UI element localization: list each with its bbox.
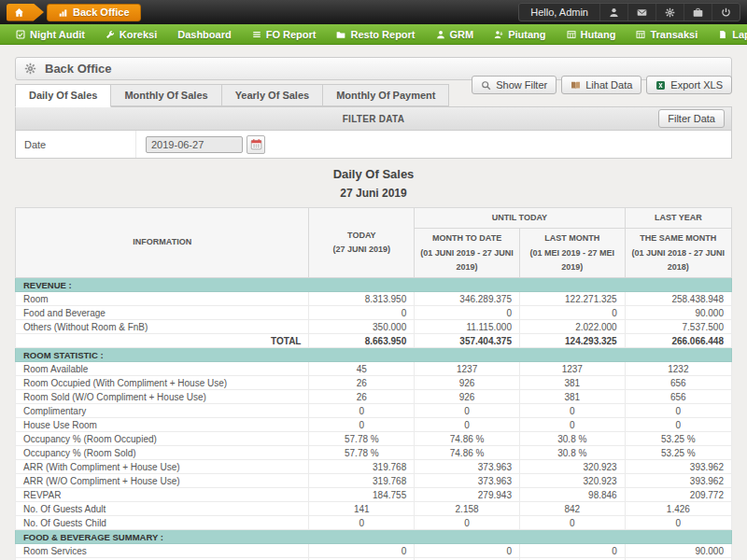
nav-item-label: Laporan: [732, 29, 747, 40]
mail-icon[interactable]: [627, 4, 655, 21]
table-row: Food and Beverage00090.000: [16, 306, 732, 320]
row-value: 0: [519, 404, 625, 418]
breadcrumb-label: Back Office: [73, 7, 130, 18]
home-button[interactable]: [7, 4, 44, 21]
row-value: 319.768: [309, 460, 415, 474]
section-header-row: REVENUE :: [16, 278, 732, 292]
topbar: Back Office Hello, Admin: [0, 0, 747, 24]
row-value: 0: [309, 306, 415, 320]
gear-icon[interactable]: [655, 4, 684, 21]
tab-daily-of-sales[interactable]: Daily Of Sales: [15, 84, 111, 107]
row-value: 373.963: [415, 474, 520, 488]
user-icon[interactable]: [599, 4, 627, 21]
row-value: 7.537.500: [625, 320, 731, 334]
user-icon: [436, 30, 445, 39]
tabs: Daily Of SalesMonthly Of SalesYearly Of …: [15, 84, 449, 106]
home-icon: [14, 7, 24, 18]
row-value: 350.000: [309, 320, 415, 334]
col-header-month-to-date: MONTH TO DATE (01 JUNI 2019 - 27 JUNI 20…: [415, 229, 520, 278]
table-row: Room Occupied (With Compliment + House U…: [16, 376, 732, 390]
header-line: MONTH TO DATE: [418, 231, 515, 245]
table-row: ARR (W/O Compliment + House Use)319.7683…: [16, 474, 732, 488]
row-value: 11.115.000: [415, 320, 520, 334]
nav-item-dashboard[interactable]: Dashboard: [167, 24, 241, 44]
row-value: 0: [519, 516, 625, 530]
power-icon[interactable]: [712, 4, 740, 21]
lihat-data-button[interactable]: Lihat Data: [561, 76, 641, 94]
breadcrumb-back-office-button[interactable]: Back Office: [47, 4, 141, 21]
nav-item-grm[interactable]: GRM: [426, 24, 485, 44]
row-value: 30.8 %: [519, 446, 625, 460]
export-xls-button[interactable]: Export XLS: [646, 76, 732, 94]
row-value: 319.768: [309, 474, 415, 488]
row-label: REVPAR: [16, 488, 309, 502]
row-value: 0: [309, 404, 415, 418]
row-value: 26: [309, 390, 415, 404]
table-row: Others (Without Room & FnB)350.00011.115…: [16, 320, 732, 334]
nav-item-piutang[interactable]: Piutang: [484, 24, 556, 44]
page-title: Back Office: [45, 62, 112, 76]
nav-item-hutang[interactable]: Hutang: [557, 24, 627, 44]
header-line: LAST MONTH: [524, 231, 621, 245]
breadcrumb: Back Office: [7, 4, 141, 21]
tab-bar: Daily Of SalesMonthly Of SalesYearly Of …: [15, 84, 732, 106]
show-filter-button[interactable]: Show Filter: [472, 76, 557, 94]
button-label: Lihat Data: [585, 79, 632, 91]
row-value: 320.923: [519, 460, 625, 474]
wrench-icon: [106, 30, 115, 39]
nav-item-night-audit[interactable]: Night Audit: [6, 24, 95, 44]
row-value: 30.8 %: [519, 432, 625, 446]
nav-item-label: GRM: [450, 29, 474, 40]
briefcase-icon[interactable]: [684, 4, 712, 21]
table-row: ARR (With Compliment + House Use)319.768…: [16, 460, 732, 474]
col-header-information: INFORMATION: [16, 208, 309, 278]
header-line: THE SAME MONTH: [629, 231, 727, 245]
date-label: Date: [16, 131, 136, 158]
nav-item-koreksi[interactable]: Koreksi: [95, 24, 167, 44]
row-value: 1237: [519, 362, 625, 376]
date-input[interactable]: [146, 136, 243, 153]
filter-panel: FILTER DATA Filter Data Date: [15, 106, 732, 159]
tab-monthly-of-sales[interactable]: Monthly Of Sales: [111, 84, 221, 106]
row-value: 2.022.000: [519, 320, 625, 334]
row-value: 74.86 %: [415, 432, 520, 446]
col-header-same-month: THE SAME MONTH (01 JUNI 2018 - 27 JUNI 2…: [625, 229, 731, 278]
report-subtitle: 27 Juni 2019: [15, 187, 732, 200]
row-value: 926: [415, 376, 520, 390]
col-header-today: TODAY (27 JUNI 2019): [309, 208, 415, 278]
section-header: ROOM STATISTIC :: [16, 348, 732, 362]
tab-monthly-of-payment[interactable]: Monthly Of Payment: [323, 84, 449, 106]
filter-header: FILTER DATA Filter Data: [16, 107, 731, 131]
header-line: (01 JUNI 2019 - 27 JUNI 2019): [418, 246, 515, 275]
row-value: 357.404.375: [415, 334, 520, 348]
row-value: 0: [519, 306, 625, 320]
nav-item-label: Transaksi: [650, 29, 698, 40]
table-row: Room8.313.950346.289.375122.271.325258.4…: [16, 292, 732, 306]
nav-item-label: Koreksi: [120, 29, 157, 40]
row-value: 0: [309, 544, 415, 558]
nav-item-transaksi[interactable]: Transaksi: [626, 24, 708, 44]
table-row: Room Sold (W/O Compliment + House Use)26…: [16, 390, 732, 404]
nav-item-fo-report[interactable]: FO Report: [242, 24, 327, 44]
row-value: 8.663.950: [309, 334, 415, 348]
row-label: Others (Without Room & FnB): [16, 320, 309, 334]
table-row: Occupancy % (Room Occupied)57.78 %74.86 …: [16, 432, 732, 446]
tab-yearly-of-sales[interactable]: Yearly Of Sales: [222, 84, 324, 106]
section-header: FOOD & BEVERAGE SUMMARY :: [16, 530, 732, 544]
row-value: 74.86 %: [415, 446, 520, 460]
row-label: Occupancy % (Room Occupied): [16, 432, 309, 446]
table-row: TOTAL8.663.950357.404.375124.293.325266.…: [16, 334, 732, 348]
nav-item-resto-report[interactable]: Resto Report: [326, 24, 425, 44]
filter-data-button[interactable]: Filter Data: [658, 109, 725, 128]
nav-item-laporan[interactable]: Laporan: [708, 24, 747, 44]
section-header: REVENUE :: [16, 278, 732, 292]
date-field-group: [136, 131, 275, 158]
row-value: 656: [625, 390, 731, 404]
row-value: 279.943: [415, 488, 520, 502]
file-icon: [718, 30, 727, 39]
row-value: 0: [519, 544, 625, 558]
row-value: 26: [309, 376, 415, 390]
calendar-button[interactable]: [247, 135, 265, 154]
toolbar: Show FilterLihat DataExport XLS: [472, 76, 732, 94]
row-value: 0: [309, 516, 415, 530]
